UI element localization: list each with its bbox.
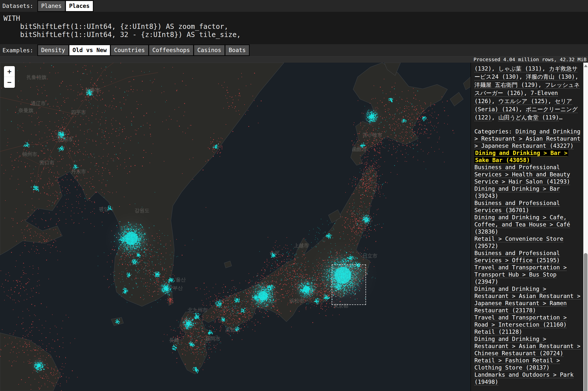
old-vs-new-button[interactable]: Old vs New (69, 45, 110, 55)
zoom-out-button[interactable]: − (4, 77, 15, 88)
results-sidebar: (132), しゃぶ葉 (131), カギ救急サービス24 (130), 洋服の… (470, 63, 583, 391)
top-name-link[interactable]: 山田うどん食堂 (119) (498, 114, 559, 121)
map-zoom-control: + − (4, 66, 15, 88)
query-editor-panel: WITH bitShiftLeft(1::UInt64, {z:UInt8}) … (0, 12, 588, 44)
sidebar-scrollbar[interactable] (583, 63, 588, 391)
category-link[interactable]: Travel and Transportation > Transport Hu… (474, 264, 567, 285)
planes-button[interactable]: Planes (38, 1, 65, 11)
category-link[interactable]: Landmarks and Outdoors > Park (19498) (474, 372, 574, 385)
category-link[interactable]: Travel and Transportation > Road > Inter… (474, 314, 567, 328)
map-panel: + − (0, 63, 470, 391)
categories-label: Categories: (474, 128, 515, 135)
examples-label: Examples: (2, 47, 33, 54)
category-link[interactable]: Retail > Convenience Store (29572) (474, 236, 563, 249)
query-editor[interactable]: WITH bitShiftLeft(1::UInt64, {z:UInt8}) … (3, 14, 588, 39)
top-name-link[interactable]: 洋服の青山 (130) (526, 74, 575, 80)
top-name-link[interactable]: (132) (474, 65, 491, 72)
categories-paragraph: Categories: Dining and Drinking > Restau… (474, 128, 581, 386)
category-link[interactable]: Retail > Fashion Retail > Clothing Store… (474, 357, 560, 371)
map-canvas[interactable] (0, 63, 470, 391)
examples-bar: Examples: DensityOld vs NewCountriesCoff… (0, 44, 588, 56)
rows-processed-text: Processed 4.04 million rows, 42.32 MiB (473, 57, 587, 62)
datasets-bar: Datasets: PlanesPlaces (0, 0, 588, 12)
top-name-link[interactable]: ウエルシア (125) (498, 98, 548, 104)
map-selection-rectangle[interactable] (332, 265, 366, 305)
scroll-up-arrow-icon[interactable] (584, 65, 588, 67)
top-name-link[interactable]: 洋麺屋 五右衛門 (129) (474, 82, 538, 88)
status-bar: Processed 4.04 million rows, 42.32 MiB (0, 56, 588, 63)
category-link-highlighted[interactable]: Dining and Drinking > Bar > Sake Bar (43… (474, 150, 568, 163)
category-link[interactable]: Dining and Drinking > Cafe, Coffee, and … (474, 214, 570, 235)
category-link[interactable]: Business and Professional Services > Off… (474, 250, 560, 264)
coffeeshops-button[interactable]: Coffeeshops (149, 45, 193, 55)
category-link[interactable]: Retail (21128) (474, 329, 522, 335)
boats-button[interactable]: Boats (225, 45, 249, 55)
top-name-link[interactable]: しゃぶ葉 (131) (498, 65, 542, 72)
category-link[interactable]: Dining and Drinking > Bar (39243) (474, 186, 560, 199)
places-button[interactable]: Places (66, 1, 93, 11)
countries-button[interactable]: Countries (111, 45, 148, 55)
category-link[interactable]: Dining and Drinking > Restaurant > Asian… (474, 286, 580, 313)
examples-button-group: DensityOld vs NewCountriesCoffeeshopsCas… (37, 44, 250, 56)
category-link[interactable]: Business and Professional Services > Hea… (474, 164, 570, 185)
density-button[interactable]: Density (38, 45, 68, 55)
casinos-button[interactable]: Casinos (194, 45, 224, 55)
datasets-label: Datasets: (2, 3, 33, 9)
zoom-in-button[interactable]: + (4, 66, 15, 77)
category-link[interactable]: Business and Professional Services (3670… (474, 200, 560, 213)
category-link[interactable]: Dining and Drinking > Restaurant > Asian… (474, 336, 580, 357)
top-names-paragraph: (132), しゃぶ葉 (131), カギ救急サービス24 (130), 洋服の… (474, 65, 581, 122)
datasets-button-group: PlanesPlaces (37, 0, 94, 12)
app-window: Datasets: PlanesPlaces WITH bitShiftLeft… (0, 0, 588, 391)
scrollbar-thumb[interactable] (584, 253, 588, 391)
